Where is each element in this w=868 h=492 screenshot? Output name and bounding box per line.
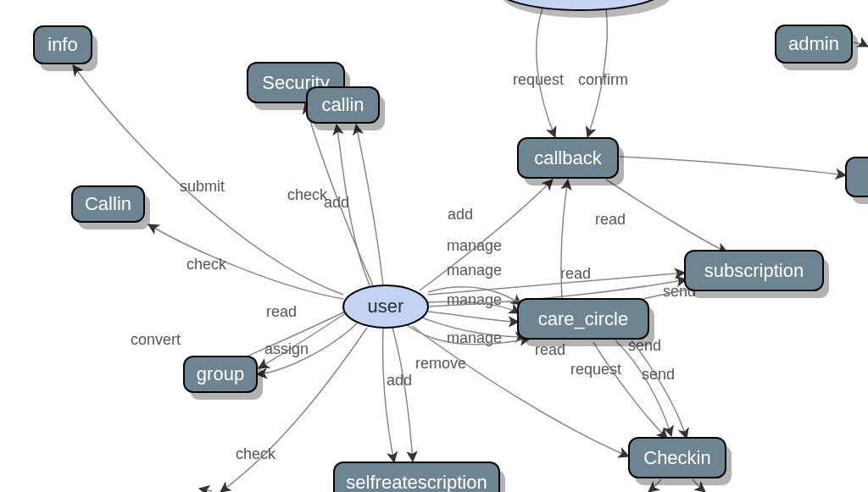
- node-label: Checkin: [643, 447, 710, 468]
- node-callin[interactable]: Callin: [72, 186, 150, 229]
- node-prof[interactable]: prof: [846, 158, 868, 204]
- edge-label: assign: [264, 340, 309, 357]
- node-label: selfreatescription: [346, 472, 487, 493]
- node-info[interactable]: info: [34, 26, 97, 71]
- edge-user-callin_sm: [356, 124, 383, 285]
- node-label: info: [47, 34, 77, 55]
- edge-user-care_circle: [428, 312, 519, 322]
- edge-label: manage: [447, 262, 502, 279]
- node-label: group: [197, 363, 244, 384]
- node-callin_sm[interactable]: callin: [307, 87, 385, 130]
- edge-label: request: [570, 361, 621, 378]
- graph-canvas: submitcheckcheckaddcheckreadconvertassig…: [0, 0, 868, 492]
- node-label: Callin: [85, 193, 131, 214]
- node-label: subscription: [704, 260, 804, 281]
- edge-label: manage: [447, 237, 502, 254]
- edge-user-selfsub: [392, 328, 413, 462]
- edge-user-callin: [148, 224, 343, 299]
- node-group[interactable]: group: [184, 357, 263, 400]
- edge-callback-prof: [620, 157, 846, 175]
- edge-label: add: [324, 194, 349, 211]
- edge-label: check: [236, 445, 276, 462]
- node-selfsub[interactable]: selfreatescription: [334, 462, 505, 492]
- node-label: callin: [321, 94, 364, 115]
- edge-label: send: [642, 366, 675, 383]
- node-care_circle[interactable]: care_circle: [518, 299, 654, 346]
- edge-label: read: [560, 265, 591, 282]
- svg-rect-16: [846, 158, 868, 196]
- edge-label: request: [513, 71, 564, 88]
- edge-label: add: [448, 206, 473, 223]
- edge-selfsub-bottom: [199, 489, 212, 491]
- node-user[interactable]: user: [343, 285, 428, 328]
- edge-care_circle-checkin: [615, 340, 671, 436]
- node-subscription[interactable]: subscription: [685, 251, 829, 298]
- edge-label: check: [186, 256, 227, 273]
- edge-user-selfsub: [383, 328, 394, 462]
- edge-label: add: [387, 372, 412, 389]
- edge-care_circle-checkin: [632, 340, 687, 439]
- edge-label: read: [266, 303, 297, 320]
- edge-label: read: [595, 211, 626, 228]
- node-label: admin: [788, 33, 839, 54]
- edge-label: confirm: [578, 71, 628, 88]
- node-label: callback: [534, 147, 602, 169]
- node-admin[interactable]: admin: [776, 25, 858, 70]
- edge-label: submit: [180, 178, 225, 195]
- node-label: user: [368, 296, 404, 317]
- node-label: care_circle: [538, 308, 628, 329]
- edge-label: convert: [131, 331, 181, 348]
- edge-label: remove: [415, 355, 466, 372]
- node-checkin[interactable]: Checkin: [629, 438, 732, 485]
- node-loved_one[interactable]: loved_one: [496, 0, 671, 18]
- node-callback[interactable]: callback: [518, 138, 624, 185]
- edge-label: check: [287, 186, 328, 203]
